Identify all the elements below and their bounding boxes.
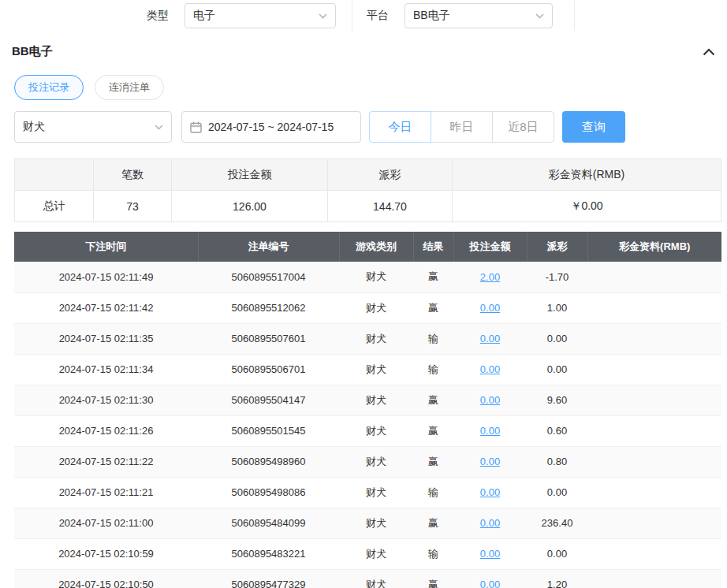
section-header: BB电子 bbox=[12, 44, 715, 59]
cell-bonus bbox=[587, 569, 721, 588]
cell-bet-amount: 0.00 bbox=[453, 477, 527, 508]
header-bonus: 彩金资料(RMB) bbox=[587, 232, 721, 262]
bet-amount-link[interactable]: 0.00 bbox=[480, 517, 500, 529]
cell-game-type: 财犬 bbox=[339, 446, 413, 477]
cell-payout: 0.60 bbox=[527, 415, 587, 446]
cell-bet-amount: 0.00 bbox=[453, 385, 527, 415]
cell-order-id: 5060895512062 bbox=[198, 292, 339, 323]
cell-bet-time: 2024-07-15 02:11:22 bbox=[14, 446, 198, 477]
table-row: 2024-07-15 02:11:26 5060895501545 财犬 赢 0… bbox=[14, 415, 721, 446]
page: 类型 电子 平台 BB电子 BB电子 投注记录 连消注单 财犬 bbox=[0, 0, 727, 588]
quick-today-button[interactable]: 今日 bbox=[369, 111, 431, 143]
tabs: 投注记录 连消注单 bbox=[14, 75, 727, 100]
type-select[interactable]: 电子 bbox=[185, 3, 336, 28]
bet-amount-link[interactable]: 2.00 bbox=[480, 271, 500, 283]
cell-bet-time: 2024-07-15 02:11:30 bbox=[14, 385, 198, 415]
cell-result: 赢 bbox=[413, 292, 453, 323]
cell-bet-amount: 0.00 bbox=[453, 538, 527, 569]
cell-bonus bbox=[587, 508, 721, 538]
header-bet-amount: 投注金额 bbox=[453, 232, 527, 262]
bet-amount-link[interactable]: 0.00 bbox=[480, 302, 500, 314]
summary-total-bonus: ￥0.00 bbox=[453, 191, 721, 222]
cell-game-type: 财犬 bbox=[339, 508, 413, 538]
records-table: 下注时间 注单编号 游戏类别 结果 投注金额 派彩 彩金资料(RMB) 2024… bbox=[14, 232, 721, 588]
platform-select-value: BB电子 bbox=[413, 9, 450, 23]
header-bet-time: 下注时间 bbox=[14, 232, 198, 262]
cell-bet-amount: 0.00 bbox=[453, 569, 527, 588]
cell-bet-time: 2024-07-15 02:11:42 bbox=[14, 292, 198, 323]
summary-header-bet-amount: 投注金额 bbox=[172, 159, 328, 191]
cell-bonus bbox=[587, 354, 721, 385]
cell-bonus bbox=[587, 446, 721, 477]
cell-bet-amount: 0.00 bbox=[453, 446, 527, 477]
bet-amount-link[interactable]: 0.00 bbox=[480, 486, 500, 498]
chevron-down-icon bbox=[535, 13, 544, 19]
cell-bet-time: 2024-07-15 02:11:49 bbox=[14, 262, 198, 292]
summary-total-row: 总计 73 126.00 144.70 ￥0.00 bbox=[15, 191, 721, 222]
section-title: BB电子 bbox=[12, 44, 53, 59]
cell-game-type: 财犬 bbox=[339, 477, 413, 508]
cell-bet-time: 2024-07-15 02:10:50 bbox=[14, 569, 198, 588]
records-header-row: 下注时间 注单编号 游戏类别 结果 投注金额 派彩 彩金资料(RMB) bbox=[14, 232, 721, 262]
quick-8days-button[interactable]: 近8日 bbox=[492, 111, 554, 143]
calendar-icon bbox=[190, 121, 202, 133]
filter-row: 财犬 2024-07-15 ~ 2024-07-15 今日 昨日 近8日 查询 bbox=[14, 111, 713, 143]
type-label: 类型 bbox=[147, 9, 169, 23]
cell-order-id: 5060895507601 bbox=[198, 323, 339, 354]
bet-amount-link[interactable]: 0.00 bbox=[480, 363, 500, 375]
table-row: 2024-07-15 02:11:30 5060895504147 财犬 赢 0… bbox=[14, 385, 721, 415]
platform-select[interactable]: BB电子 bbox=[405, 3, 553, 28]
table-row: 2024-07-15 02:11:34 5060895506701 财犬 输 0… bbox=[14, 354, 721, 385]
summary-header-bonus: 彩金资料(RMB) bbox=[453, 159, 721, 191]
table-row: 2024-07-15 02:10:50 5060895477329 财犬 赢 0… bbox=[14, 569, 721, 588]
cell-bet-amount: 2.00 bbox=[453, 262, 527, 292]
cell-bonus bbox=[587, 415, 721, 446]
cell-game-type: 财犬 bbox=[339, 538, 413, 569]
summary-header-empty bbox=[15, 159, 94, 191]
quick-yesterday-button[interactable]: 昨日 bbox=[431, 111, 493, 143]
game-select[interactable]: 财犬 bbox=[14, 111, 172, 143]
cell-payout: 0.00 bbox=[527, 477, 587, 508]
platform-label: 平台 bbox=[367, 9, 389, 23]
cell-order-id: 5060895501545 bbox=[198, 415, 339, 446]
table-row: 2024-07-15 02:11:42 5060895512062 财犬 赢 0… bbox=[14, 292, 721, 323]
table-row: 2024-07-15 02:11:35 5060895507601 财犬 输 0… bbox=[14, 323, 721, 354]
bet-amount-link[interactable]: 0.00 bbox=[480, 425, 500, 437]
cell-result: 输 bbox=[413, 323, 453, 354]
cell-result: 输 bbox=[413, 477, 453, 508]
cell-bet-amount: 0.00 bbox=[453, 323, 527, 354]
chevron-down-icon bbox=[319, 13, 327, 19]
cell-bonus bbox=[587, 323, 721, 354]
cell-bet-time: 2024-07-15 02:11:26 bbox=[14, 415, 198, 446]
summary-header-count: 笔数 bbox=[94, 159, 172, 191]
cell-payout: 0.00 bbox=[527, 538, 587, 569]
cell-bonus bbox=[587, 262, 721, 292]
cell-order-id: 5060895477329 bbox=[198, 569, 339, 588]
table-row: 2024-07-15 02:11:49 5060895517004 财犬 赢 2… bbox=[14, 262, 721, 292]
cell-payout: 236.40 bbox=[527, 508, 587, 538]
bet-amount-link[interactable]: 0.00 bbox=[480, 579, 500, 588]
cell-payout: 0.00 bbox=[527, 354, 587, 385]
bet-amount-link[interactable]: 0.00 bbox=[480, 548, 500, 560]
cell-result: 赢 bbox=[413, 446, 453, 477]
header-result: 结果 bbox=[413, 232, 453, 262]
bet-amount-link[interactable]: 0.00 bbox=[480, 456, 500, 467]
summary-total-label: 总计 bbox=[15, 191, 94, 222]
cell-order-id: 5060895483221 bbox=[198, 538, 339, 569]
tab-cancelled-orders[interactable]: 连消注单 bbox=[95, 75, 164, 100]
date-range-input[interactable]: 2024-07-15 ~ 2024-07-15 bbox=[181, 111, 361, 143]
records-tbody: 2024-07-15 02:11:49 5060895517004 财犬 赢 2… bbox=[14, 262, 721, 588]
cell-result: 赢 bbox=[413, 385, 453, 415]
bet-amount-link[interactable]: 0.00 bbox=[480, 333, 500, 344]
chevron-up-icon bbox=[703, 48, 715, 56]
cell-bet-time: 2024-07-15 02:11:21 bbox=[14, 477, 198, 508]
quick-range-button-group: 今日 昨日 近8日 bbox=[369, 111, 554, 143]
header-payout: 派彩 bbox=[527, 232, 587, 262]
bet-amount-link[interactable]: 0.00 bbox=[480, 394, 500, 406]
cell-payout: 0.00 bbox=[527, 323, 587, 354]
tab-bet-records[interactable]: 投注记录 bbox=[14, 75, 84, 100]
cell-bonus bbox=[587, 292, 721, 323]
collapse-section-button[interactable] bbox=[703, 48, 715, 56]
cell-bet-amount: 0.00 bbox=[453, 354, 527, 385]
search-button[interactable]: 查询 bbox=[562, 111, 625, 143]
